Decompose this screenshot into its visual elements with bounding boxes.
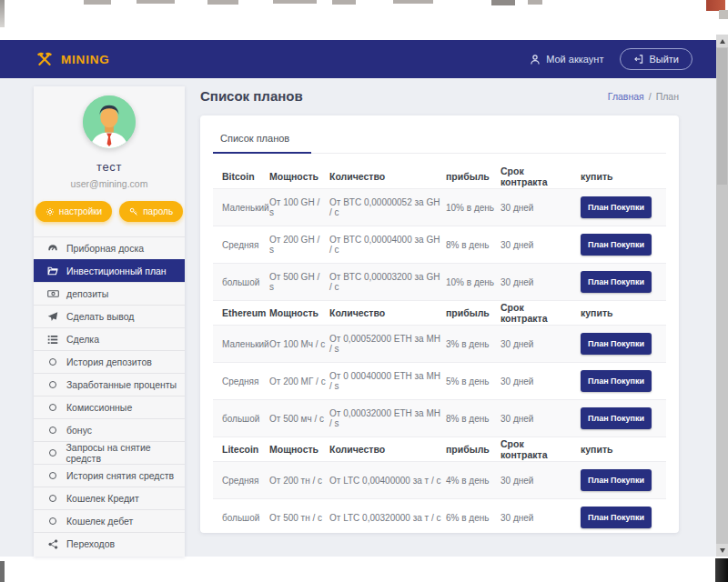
breadcrumb-separator: /: [649, 91, 652, 102]
sidebar-item-label: Запросы на снятие средств: [66, 442, 185, 464]
sidebar-item-dashboard[interactable]: Приборная доска: [34, 236, 185, 259]
scroll-down-arrow[interactable]: [716, 544, 728, 557]
table-row: Маленький От 100 Мч / с От 0,00052000 ET…: [213, 325, 666, 362]
plan-duration: 30 дней: [500, 240, 573, 250]
profile-section: тест user@mining.com настройки: [34, 86, 185, 222]
plan-duration: 30 дней: [500, 203, 573, 213]
password-button[interactable]: пароль: [119, 201, 183, 222]
share-icon: [46, 539, 60, 549]
artifact: [491, 0, 515, 5]
plans-card: Список планов Bitcoin Мощность Количеств…: [200, 115, 679, 533]
sidebar-item-wallet-credit[interactable]: Кошелек Кредит: [34, 487, 185, 509]
brand-name: MINING: [61, 53, 110, 66]
breadcrumb: Главная / План: [608, 91, 679, 102]
artifact: [393, 0, 433, 4]
plan-power: От 200 GH / s: [269, 235, 329, 255]
top-navbar: MINING Мой аккаунт: [0, 40, 716, 78]
table-row: Средняя От 200 МГ / с От 0 00040000 ETH …: [213, 362, 666, 399]
sidebar-item-deposits[interactable]: депозиты: [34, 282, 185, 305]
artifact: [719, 10, 728, 19]
col-duration: Срок контракта: [500, 302, 573, 324]
user-name: тест: [34, 160, 185, 174]
plan-profit: 6% в день: [446, 513, 500, 523]
buy-plan-button[interactable]: План Покупки: [581, 196, 652, 218]
plan-profit: 5% в день: [446, 376, 500, 386]
col-buy: купить: [573, 307, 666, 318]
buy-plan-button[interactable]: План Покупки: [581, 271, 652, 293]
buy-plan-button[interactable]: План Покупки: [581, 370, 652, 392]
sidebar-item-withdrawal-requests[interactable]: Запросы на снятие средств: [34, 441, 185, 464]
plan-quantity: От BTC 0,00003200 за GH / с: [329, 272, 446, 292]
sidebar-item-withdrawal-history[interactable]: История снятия средств: [34, 464, 185, 487]
sidebar: тест user@mining.com настройки: [34, 86, 185, 557]
sidebar-item-label: История снятия средств: [66, 470, 174, 481]
plan-power: От 500 GH / s: [269, 272, 329, 292]
vertical-scrollbar[interactable]: [716, 35, 728, 557]
sidebar-item-label: бонус: [66, 425, 92, 436]
sidebar-item-label: Сделать вывод: [66, 311, 134, 322]
sidebar-item-label: Кошелек дебет: [66, 516, 133, 527]
col-quantity: Количество: [329, 444, 446, 455]
plan-duration: 30 дней: [500, 414, 573, 424]
sidebar-item-earned-interest[interactable]: Заработанные проценты: [34, 373, 185, 396]
sidebar-item-referrals[interactable]: Переходов: [34, 532, 185, 555]
circle-icon: [46, 449, 60, 457]
sidebar-item-investment-plan[interactable]: Инвестиционный план: [34, 259, 185, 282]
buy-plan-button[interactable]: План Покупки: [581, 234, 652, 256]
sidebar-item-bonus[interactable]: бонус: [34, 418, 185, 441]
artifact: [273, 0, 317, 4]
scroll-up-arrow[interactable]: [716, 35, 728, 47]
sidebar-item-deal[interactable]: Сделка: [34, 327, 185, 350]
key-icon: [129, 207, 138, 216]
buy-plan-button[interactable]: План Покупки: [581, 333, 652, 355]
sidebar-item-commissions[interactable]: Комиссионные: [34, 396, 185, 418]
list-icon: [46, 335, 60, 345]
gear-icon: [46, 207, 55, 216]
plan-power: От 500 тн / с: [269, 513, 329, 523]
scrollbar-thumb[interactable]: [717, 48, 727, 185]
circle-icon: [46, 472, 60, 479]
sidebar-item-label: депозиты: [66, 288, 108, 299]
tachometer-icon: [46, 243, 60, 254]
circle-icon: [46, 426, 60, 434]
sidebar-item-label: Кошелек Кредит: [66, 493, 139, 504]
brand-logo[interactable]: MINING: [35, 49, 110, 69]
logout-icon: [633, 54, 643, 65]
sidebar-item-wallet-debit[interactable]: Кошелек дебет: [34, 509, 185, 532]
user-email: user@mining.com: [34, 178, 185, 189]
page-title: Список планов: [200, 88, 303, 104]
table-header-litecoin: Litecoin Мощность Количество прибыль Сро…: [213, 436, 666, 461]
buy-plan-button[interactable]: План Покупки: [581, 507, 652, 528]
sidebar-item-withdraw[interactable]: Сделать вывод: [34, 305, 185, 327]
plan-name: Средняя: [213, 240, 269, 250]
col-buy: купить: [573, 444, 666, 455]
buy-plan-button[interactable]: План Покупки: [581, 407, 652, 429]
breadcrumb-home-link[interactable]: Главная: [608, 91, 644, 102]
artifact: [84, 0, 111, 5]
my-account-link[interactable]: Мой аккаунт: [530, 54, 603, 65]
buy-plan-button[interactable]: План Покупки: [581, 469, 652, 491]
artifact: [332, 0, 356, 5]
table-header-bitcoin: Bitcoin Мощность Количество прибыль Срок…: [213, 164, 666, 188]
circle-icon: [46, 358, 60, 366]
settings-button[interactable]: настройки: [35, 201, 112, 222]
coin-name: Bitcoin: [213, 171, 269, 182]
plan-name: Средняя: [213, 376, 269, 386]
crossed-hammers-icon: [35, 49, 55, 69]
plan-quantity: От BTC 0,00004000 за GH / с: [329, 235, 446, 255]
table-row: большой От 500 тн / с От LTC 0,00320000 …: [213, 498, 666, 533]
table-row: Средняя От 200 тн / с От LTC 0,00400000 …: [213, 461, 666, 498]
plan-duration: 30 дней: [500, 277, 573, 287]
plan-duration: 30 дней: [500, 513, 573, 523]
paper-plane-icon: [46, 311, 60, 322]
sidebar-item-label: Переходов: [66, 538, 115, 549]
plan-profit: 8% в день: [446, 414, 500, 424]
logout-button[interactable]: Выйти: [620, 48, 693, 70]
sidebar-item-label: Инвестиционный план: [66, 266, 167, 276]
col-power: Мощность: [269, 307, 329, 318]
sidebar-item-deposit-history[interactable]: История депозитов: [34, 350, 185, 373]
artifact: [715, 558, 728, 582]
avatar: [83, 95, 136, 148]
tab-plan-list[interactable]: Список планов: [213, 133, 311, 154]
col-buy: купить: [573, 171, 666, 182]
